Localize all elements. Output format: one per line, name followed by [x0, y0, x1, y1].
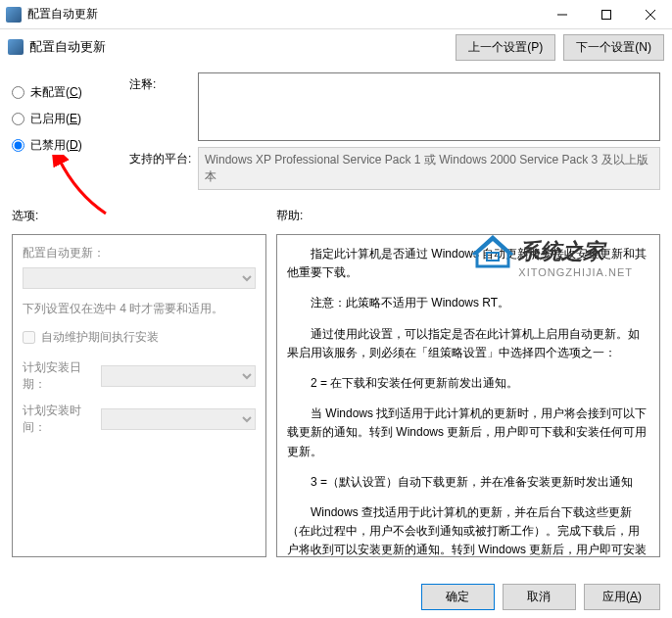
comment-input[interactable]	[198, 72, 660, 141]
radio-disabled-input[interactable]	[12, 139, 24, 152]
dialog-buttons: 确定 取消 应用(A)	[421, 584, 660, 610]
help-p3: 通过使用此设置，可以指定是否在此计算机上启用自动更新。如果启用该服务，则必须在「…	[287, 325, 649, 362]
cancel-button[interactable]: 取消	[503, 584, 576, 610]
config-update-select[interactable]	[23, 267, 256, 289]
prev-setting-button[interactable]: 上一个设置(P)	[456, 34, 555, 61]
config-update-label: 配置自动更新：	[23, 245, 256, 261]
install-day-label: 计划安装日期：	[23, 359, 101, 393]
minimize-button[interactable]	[540, 0, 584, 29]
options-panel[interactable]: 配置自动更新： 下列设置仅在选中 4 时才需要和适用。 自动维护期间执行安装 计…	[12, 234, 266, 557]
upper-content: 未配置(C) 已启用(E) 已禁用(D) 注释: 支持的平台: Windows …	[0, 65, 672, 204]
window-title: 配置自动更新	[27, 6, 540, 23]
options-section-label: 选项:	[12, 208, 276, 224]
radio-enabled-label: 已启用(E)	[30, 111, 81, 127]
radio-group: 未配置(C) 已启用(E) 已禁用(D)	[12, 72, 129, 196]
platform-text: Windows XP Professional Service Pack 1 或…	[198, 147, 660, 190]
platform-label: 支持的平台:	[129, 147, 198, 190]
apply-button[interactable]: 应用(A)	[584, 584, 660, 610]
policy-title: 配置自动更新	[29, 38, 448, 56]
maximize-button[interactable]	[584, 0, 628, 29]
help-panel[interactable]: 指定此计算机是否通过 Windows 自动更新服务接收安全更新和其他重要下载。 …	[276, 234, 660, 557]
help-section-label: 帮助:	[276, 208, 303, 224]
lower-panels: 配置自动更新： 下列设置仅在选中 4 时才需要和适用。 自动维护期间执行安装 计…	[0, 228, 672, 563]
svg-rect-1	[601, 10, 610, 19]
install-day-select[interactable]	[101, 365, 256, 387]
radio-not-configured[interactable]: 未配置(C)	[12, 84, 129, 101]
auto-maintenance-checkbox[interactable]	[23, 331, 35, 344]
ok-button[interactable]: 确定	[421, 584, 495, 610]
radio-disabled[interactable]: 已禁用(D)	[12, 137, 129, 154]
comment-label: 注释:	[129, 72, 198, 141]
help-p1: 指定此计算机是否通过 Windows 自动更新服务接收安全更新和其他重要下载。	[287, 245, 649, 282]
policy-icon	[8, 39, 24, 55]
help-p7: Windows 查找适用于此计算机的更新，并在后台下载这些更新（在此过程中，用户…	[287, 503, 649, 557]
help-p4: 2 = 在下载和安装任何更新前发出通知。	[287, 374, 649, 393]
radio-enabled[interactable]: 已启用(E)	[12, 111, 129, 127]
close-button[interactable]	[628, 0, 672, 29]
radio-not-configured-input[interactable]	[12, 86, 24, 99]
help-p6: 3 =（默认设置）自动下载更新，并在准备安装更新时发出通知	[287, 473, 649, 492]
install-time-select[interactable]	[101, 408, 256, 430]
auto-maintenance-checkbox-row[interactable]: 自动维护期间执行安装	[23, 329, 256, 346]
install-time-label: 计划安装时间：	[23, 403, 101, 436]
next-setting-button[interactable]: 下一个设置(N)	[563, 34, 664, 61]
titlebar: 配置自动更新	[0, 0, 672, 29]
section-labels: 选项: 帮助:	[0, 204, 672, 228]
fields-column: 注释: 支持的平台: Windows XP Professional Servi…	[129, 72, 660, 196]
radio-disabled-label: 已禁用(D)	[30, 137, 82, 154]
help-p5: 当 Windows 找到适用于此计算机的更新时，用户将会接到可以下载更新的通知。…	[287, 404, 649, 461]
help-p2: 注意：此策略不适用于 Windows RT。	[287, 294, 649, 312]
app-icon	[6, 7, 22, 23]
auto-maintenance-label: 自动维护期间执行安装	[41, 329, 159, 346]
radio-enabled-input[interactable]	[12, 113, 24, 125]
radio-not-configured-label: 未配置(C)	[30, 84, 82, 101]
options-note: 下列设置仅在选中 4 时才需要和适用。	[23, 301, 256, 317]
toolbar: 配置自动更新 上一个设置(P) 下一个设置(N)	[0, 29, 672, 65]
